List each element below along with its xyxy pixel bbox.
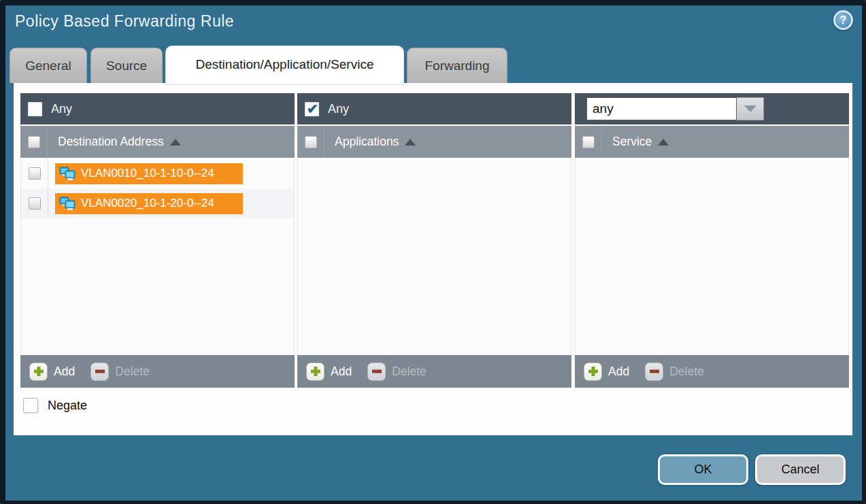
- dialog-title: Policy Based Forwarding Rule: [15, 12, 234, 31]
- applications-any-label: Any: [328, 102, 349, 116]
- negate-checkbox[interactable]: [23, 398, 38, 413]
- delete-icon[interactable]: [645, 363, 663, 381]
- tab-bar: General Source Destination/Application/S…: [10, 46, 507, 84]
- address-group-icon: [59, 167, 76, 181]
- delete-icon[interactable]: [90, 363, 109, 381]
- destination-select-all-checkbox[interactable]: [28, 136, 40, 148]
- applications-list: [297, 158, 571, 354]
- destination-address-item[interactable]: VLAN0010_10-1-10-0--24: [55, 163, 243, 184]
- applications-column: Any Applications Add Delete: [297, 93, 571, 388]
- ok-button[interactable]: OK: [658, 454, 748, 485]
- destination-address-item[interactable]: VLAN0020_10-1-20-0--24: [55, 193, 243, 214]
- policy-based-forwarding-dialog: Policy Based Forwarding Rule ? General S…: [0, 0, 866, 504]
- add-button[interactable]: Add: [331, 365, 352, 379]
- tab-general[interactable]: General: [10, 48, 87, 83]
- table-row: VLAN0020_10-1-20-0--24: [21, 188, 294, 218]
- service-dropdown-value[interactable]: any: [586, 97, 737, 120]
- applications-column-header: Applications: [297, 126, 571, 158]
- destination-list: VLAN0010_10-1-10-0--24: [20, 158, 295, 354]
- delete-button[interactable]: Delete: [669, 365, 704, 379]
- row-checkbox[interactable]: [29, 197, 41, 209]
- tab-content-panel: Any Destination Address: [14, 83, 852, 435]
- sort-ascending-icon: [170, 139, 181, 146]
- service-column-header: Service: [575, 126, 849, 158]
- applications-header-label[interactable]: Applications: [335, 135, 416, 149]
- table-row: VLAN0010_10-1-10-0--24: [21, 158, 294, 188]
- add-button[interactable]: Add: [608, 365, 629, 379]
- service-toolbar: Add Delete: [575, 355, 849, 388]
- destination-column-header: Destination Address: [20, 126, 295, 158]
- applications-toolbar: Add Delete: [297, 355, 571, 388]
- help-icon[interactable]: ?: [833, 10, 853, 30]
- delete-icon[interactable]: [367, 363, 386, 381]
- delete-button[interactable]: Delete: [392, 365, 427, 379]
- applications-any-bar: Any: [297, 93, 571, 124]
- row-checkbox[interactable]: [29, 167, 41, 180]
- service-list: [575, 158, 849, 354]
- applications-select-all-checkbox[interactable]: [305, 136, 317, 148]
- destination-toolbar: Add Delete: [20, 355, 295, 388]
- add-icon[interactable]: [306, 363, 324, 381]
- delete-button[interactable]: Delete: [115, 365, 150, 379]
- destination-any-label: Any: [51, 102, 72, 116]
- applications-any-checkbox[interactable]: [305, 102, 319, 116]
- service-dropdown: any: [586, 97, 764, 120]
- destination-any-checkbox[interactable]: [28, 102, 42, 116]
- tab-destination-application-service[interactable]: Destination/Application/Service: [166, 46, 403, 84]
- destination-header-label[interactable]: Destination Address: [58, 135, 181, 149]
- service-select-all-checkbox[interactable]: [582, 136, 595, 148]
- add-button[interactable]: Add: [54, 365, 75, 379]
- negate-label: Negate: [48, 399, 87, 413]
- sort-ascending-icon: [658, 139, 669, 146]
- tab-source[interactable]: Source: [90, 48, 163, 83]
- service-dropdown-button[interactable]: [737, 97, 764, 120]
- tab-forwarding[interactable]: Forwarding: [407, 48, 507, 83]
- negate-option: Negate: [23, 398, 87, 413]
- destination-any-bar: Any: [20, 93, 295, 124]
- service-any-bar: any: [575, 93, 849, 124]
- service-column: any Service Add: [575, 93, 849, 388]
- address-group-icon: [59, 197, 76, 211]
- add-icon[interactable]: [29, 363, 48, 381]
- add-icon[interactable]: [584, 363, 602, 381]
- sort-ascending-icon: [405, 139, 416, 146]
- destination-address-column: Any Destination Address: [20, 93, 295, 388]
- cancel-button[interactable]: Cancel: [755, 454, 846, 485]
- service-header-label[interactable]: Service: [612, 135, 669, 149]
- chevron-down-icon: [744, 105, 756, 112]
